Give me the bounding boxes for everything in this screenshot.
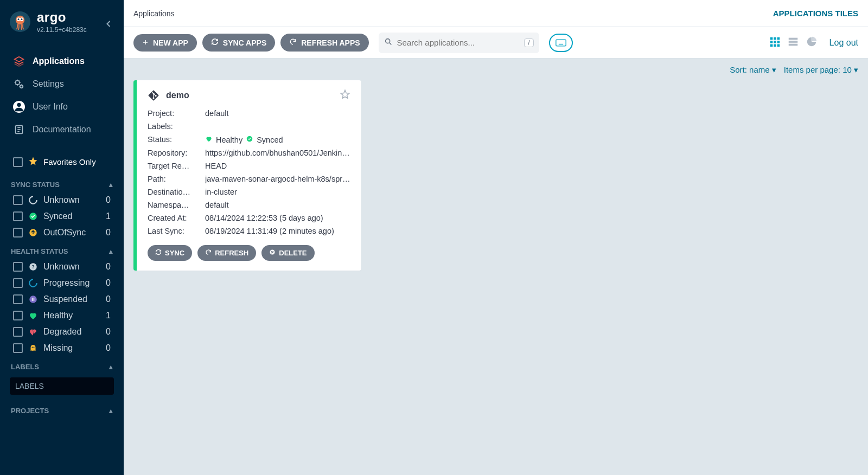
check-circle-icon bbox=[246, 135, 253, 144]
svg-point-3 bbox=[18, 18, 20, 20]
sidebar: argo v2.11.5+c4b283c Applications Settin… bbox=[0, 0, 124, 475]
plus-icon bbox=[142, 38, 149, 47]
nav-user-info-label: User Info bbox=[33, 102, 68, 112]
nav-user-info[interactable]: User Info bbox=[0, 95, 124, 118]
card-actions: SYNC REFRESH DELETE bbox=[148, 245, 350, 261]
labels-input[interactable]: LABELS bbox=[10, 377, 114, 395]
content-area: Sort: name ▾ Items per page: 10 ▾ demo P… bbox=[124, 59, 868, 475]
brand-version: v2.11.5+c4b283c bbox=[37, 26, 87, 34]
nav-settings[interactable]: Settings bbox=[0, 73, 124, 95]
svg-point-4 bbox=[21, 18, 23, 20]
applications-tiles-link[interactable]: APPLICATIONS TILES bbox=[773, 9, 858, 18]
argo-logo bbox=[10, 11, 30, 32]
nav-applications[interactable]: Applications bbox=[0, 50, 124, 73]
svg-rect-29 bbox=[774, 37, 776, 40]
sync-status-heading[interactable]: SYNC STATUS ▴ bbox=[0, 174, 124, 192]
caret-down-icon: ▾ bbox=[854, 65, 858, 74]
refresh-apps-button[interactable]: REFRESH APPS bbox=[280, 34, 368, 52]
brand-name: argo bbox=[37, 10, 87, 25]
chevron-up-icon[interactable]: ▴ bbox=[109, 407, 113, 415]
logout-link[interactable]: Log out bbox=[829, 38, 858, 48]
svg-rect-37 bbox=[788, 38, 797, 40]
view-mode-icons bbox=[769, 36, 818, 49]
list-controls: Sort: name ▾ Items per page: 10 ▾ bbox=[133, 65, 858, 75]
search-input[interactable] bbox=[397, 38, 520, 47]
health-status-heading[interactable]: HEALTH STATUS ▴ bbox=[0, 241, 124, 259]
favorites-label: Favorites Only bbox=[43, 157, 96, 166]
heart-icon bbox=[205, 135, 213, 144]
times-circle-icon bbox=[269, 249, 276, 257]
app-name: demo bbox=[166, 91, 189, 100]
keyboard-toggle-button[interactable] bbox=[549, 34, 573, 52]
filter-health-progressing[interactable]: Progressing 0 bbox=[0, 275, 124, 291]
tiles-view-icon[interactable] bbox=[769, 36, 781, 49]
filter-sync-unknown[interactable]: Unknown 0 bbox=[0, 192, 124, 208]
svg-rect-39 bbox=[788, 44, 797, 46]
filter-sync-outofsync[interactable]: OutOfSync 0 bbox=[0, 224, 124, 241]
check-circle-icon bbox=[28, 211, 38, 221]
pie-view-icon[interactable] bbox=[806, 36, 818, 49]
favorite-star-button[interactable] bbox=[340, 89, 350, 101]
list-view-icon[interactable] bbox=[787, 36, 799, 49]
filter-health-missing[interactable]: Missing 0 bbox=[0, 340, 124, 356]
nav-applications-label: Applications bbox=[33, 56, 85, 66]
chevron-up-icon[interactable]: ▴ bbox=[109, 363, 113, 371]
svg-point-19 bbox=[32, 347, 33, 348]
nav-documentation-label: Documentation bbox=[33, 125, 91, 134]
sync-icon bbox=[211, 38, 219, 47]
sync-button[interactable]: SYNC bbox=[148, 245, 192, 261]
collapse-sidebar-button[interactable] bbox=[103, 18, 114, 31]
svg-rect-38 bbox=[788, 41, 797, 43]
svg-rect-22 bbox=[556, 40, 565, 46]
refresh-icon bbox=[289, 38, 297, 47]
star-icon bbox=[28, 156, 38, 168]
favorites-only-filter[interactable]: Favorites Only bbox=[0, 150, 124, 174]
cogs-icon bbox=[13, 78, 25, 90]
svg-rect-36 bbox=[777, 44, 780, 47]
new-app-button[interactable]: NEW APP bbox=[133, 34, 197, 52]
sort-dropdown[interactable]: Sort: name ▾ bbox=[730, 65, 776, 75]
filter-health-suspended[interactable]: Suspended 0 bbox=[0, 291, 124, 307]
refresh-button[interactable]: REFRESH bbox=[197, 245, 256, 261]
svg-rect-33 bbox=[777, 41, 780, 43]
svg-rect-32 bbox=[774, 41, 776, 43]
layers-icon bbox=[13, 55, 25, 67]
application-card[interactable]: demo Project:default Labels: Status: Hea… bbox=[133, 80, 361, 271]
svg-point-16 bbox=[29, 296, 37, 303]
user-circle-icon bbox=[13, 101, 25, 113]
svg-point-20 bbox=[34, 347, 35, 348]
heart-broken-icon bbox=[28, 327, 38, 337]
svg-rect-30 bbox=[777, 37, 780, 40]
delete-button[interactable]: DELETE bbox=[261, 245, 314, 261]
favorites-checkbox[interactable] bbox=[13, 157, 23, 167]
sync-apps-button[interactable]: SYNC APPS bbox=[202, 34, 275, 52]
filter-health-unknown[interactable]: ? Unknown 0 bbox=[0, 259, 124, 275]
nav-settings-label: Settings bbox=[33, 79, 64, 89]
search-icon bbox=[384, 37, 393, 48]
labels-heading[interactable]: LABELS ▴ bbox=[0, 356, 124, 374]
chevron-up-icon[interactable]: ▴ bbox=[109, 181, 113, 189]
status-value: Healthy Synced bbox=[205, 135, 350, 144]
projects-heading[interactable]: PROJECTS ▴ bbox=[0, 400, 124, 418]
svg-rect-17 bbox=[32, 298, 33, 301]
svg-text:?: ? bbox=[31, 264, 35, 269]
svg-point-21 bbox=[385, 39, 390, 43]
question-circle-icon: ? bbox=[28, 262, 38, 272]
chevron-up-icon[interactable]: ▴ bbox=[109, 247, 113, 255]
circle-notch-icon bbox=[28, 195, 38, 205]
filter-health-degraded[interactable]: Degraded 0 bbox=[0, 324, 124, 340]
main: Applications APPLICATIONS TILES NEW APP … bbox=[124, 0, 868, 475]
filter-sync-synced[interactable]: Synced 1 bbox=[0, 208, 124, 224]
ghost-icon bbox=[28, 343, 38, 353]
filter-health-healthy[interactable]: Healthy 1 bbox=[0, 307, 124, 324]
svg-rect-35 bbox=[774, 44, 776, 47]
arrow-up-circle-icon bbox=[28, 228, 38, 238]
search-applications[interactable]: / bbox=[379, 33, 539, 53]
items-per-page-dropdown[interactable]: Items per page: 10 ▾ bbox=[784, 65, 858, 75]
toolbar: NEW APP SYNC APPS REFRESH APPS / bbox=[124, 27, 868, 59]
spinner-icon bbox=[28, 278, 38, 288]
nav-documentation[interactable]: Documentation bbox=[0, 118, 124, 141]
git-icon bbox=[148, 89, 159, 101]
book-icon bbox=[13, 124, 25, 136]
nav: Applications Settings User Info Document… bbox=[0, 50, 124, 141]
